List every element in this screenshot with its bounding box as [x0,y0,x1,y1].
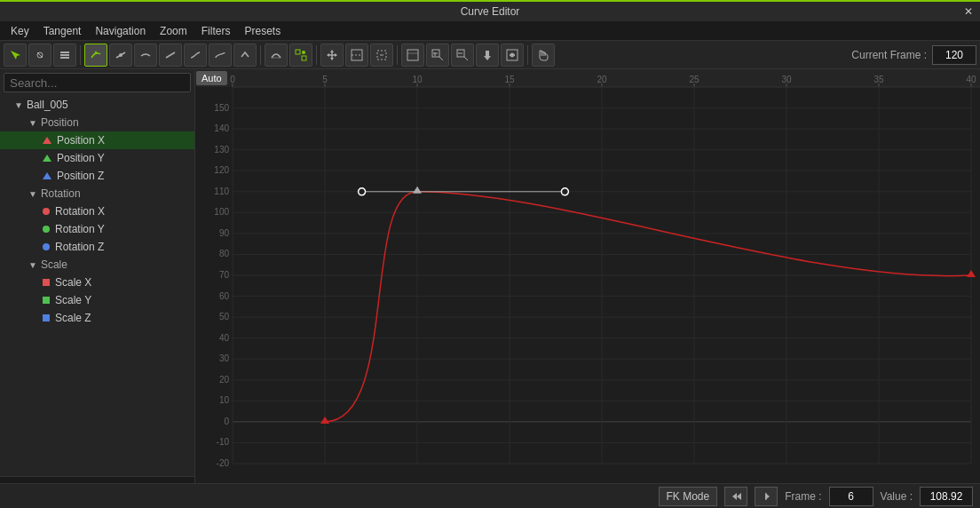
tool-curve-8[interactable] [265,44,288,67]
frame-fwd-icon[interactable] [755,487,778,506]
svg-rect-9 [296,50,300,54]
scale-x-sq [43,279,50,286]
tool-tangent-2[interactable] [109,44,132,67]
tool-frame-sel[interactable] [370,44,393,67]
tree: ▼ Ball_005 ▼ Position Position X Positio… [0,96,194,476]
toolbar: Auto [0,41,980,69]
rotation-x-dot [43,208,50,215]
tool-view[interactable] [501,44,524,67]
tree-item-rotation-x[interactable]: Rotation X [0,202,194,220]
position-label: Position [41,116,79,129]
main-content: ▼ Ball_005 ▼ Position Position X Positio… [0,69,980,483]
scale-y-label: Scale Y [55,294,91,306]
status-bar: FK Mode Frame : Value : [0,483,980,508]
close-button[interactable]: ✕ [964,5,973,18]
svg-line-25 [439,57,443,60]
tool-auto-tangent[interactable]: Auto [84,44,107,67]
scale-z-sq [43,314,50,321]
tool-move[interactable] [320,44,344,67]
svg-point-6 [119,53,122,57]
tool-zoom-in[interactable] [426,44,449,67]
rotation-x-label: Rotation X [55,205,105,218]
menu-filters[interactable]: Filters [194,23,238,39]
tree-item-position-y[interactable]: Position Y [0,149,194,167]
scale-label: Scale [41,258,67,271]
tree-group-position[interactable]: ▼ Position [0,114,194,131]
tree-group-scale[interactable]: ▼ Scale [0,256,194,274]
tool-select[interactable] [4,44,27,67]
tool-pan[interactable] [476,44,499,67]
value-input[interactable] [920,487,973,506]
scale-x-label: Scale X [55,276,91,289]
menu-key[interactable]: Key [4,23,36,39]
position-y-label: Position Y [57,152,105,164]
svg-marker-33 [732,493,737,500]
position-x-icon [43,137,51,144]
tool-tangent-7[interactable] [233,44,257,67]
value-label: Value : [881,490,913,503]
tool-tangent-6[interactable] [209,44,232,67]
title-bar: Curve Editor ✕ [0,0,980,21]
menu-presets[interactable]: Presets [237,23,288,39]
svg-line-7 [166,52,175,58]
tree-item-scale-y[interactable]: Scale Y [0,291,194,309]
rotation-y-label: Rotation Y [55,223,105,235]
tool-snap[interactable] [289,44,312,67]
tool-tangent-3[interactable] [134,44,157,67]
curve-canvas[interactable] [195,69,980,472]
svg-marker-17 [335,53,337,57]
tree-item-position-x[interactable]: Position X [0,131,194,149]
sidebar: ▼ Ball_005 ▼ Position Position X Positio… [0,69,195,483]
sidebar-scrollbar[interactable] [0,476,194,483]
current-frame-label: Current Frame : [851,49,927,61]
tool-hand[interactable] [532,44,555,67]
svg-rect-3 [60,54,69,56]
tree-item-scale-x[interactable]: Scale X [0,274,194,291]
tool-tangent-4[interactable] [159,44,182,67]
menu-tangent[interactable]: Tangent [36,23,89,39]
expand-arrow: ▼ [14,100,23,110]
scale-z-label: Scale Z [55,312,91,324]
menu-navigation[interactable]: Navigation [88,23,153,39]
scale-y-sq [43,297,50,304]
svg-marker-15 [330,58,334,60]
rotation-arrow: ▼ [28,189,37,199]
svg-marker-34 [737,493,741,500]
menu-zoom[interactable]: Zoom [153,23,194,39]
search-input[interactable] [4,73,191,92]
svg-marker-16 [327,53,329,57]
tree-item-rotation-z[interactable]: Rotation Z [0,238,194,256]
svg-line-29 [464,57,468,60]
separator-5 [527,45,528,65]
svg-rect-10 [302,56,306,60]
frame-input[interactable] [829,487,873,506]
tool-frame-all[interactable] [345,44,368,67]
position-x-label: Position X [57,134,105,147]
rotation-label: Rotation [41,187,81,200]
fk-mode-button[interactable]: FK Mode [659,487,718,506]
tool-nodes[interactable] [28,44,51,67]
svg-rect-4 [60,57,69,59]
tree-item-position-z[interactable]: Position Z [0,167,194,185]
separator-4 [397,45,398,65]
tool-zoom-fit[interactable] [401,44,424,67]
app-title: Curve Editor [461,5,520,18]
curve-editor-area [195,69,980,483]
position-arrow: ▼ [28,118,37,128]
rotation-z-label: Rotation Z [55,241,104,253]
tree-item-scale-z[interactable]: Scale Z [0,309,194,327]
frame-label: Frame : [785,490,821,503]
tree-item-rotation-y[interactable]: Rotation Y [0,220,194,238]
tool-tangent-5[interactable] [184,44,207,67]
scale-arrow: ▼ [28,260,37,270]
tree-group-rotation[interactable]: ▼ Rotation [0,185,194,202]
menu-bar: Key Tangent Navigation Zoom Filters Pres… [0,21,980,41]
separator-3 [316,45,317,65]
tool-zoom-out[interactable] [451,44,474,67]
svg-point-32 [510,53,514,57]
tree-root[interactable]: ▼ Ball_005 [0,96,194,114]
tool-layers[interactable] [53,44,76,67]
frame-back-icon[interactable] [724,487,747,506]
svg-rect-2 [60,52,69,53]
current-frame-input[interactable] [932,45,976,65]
